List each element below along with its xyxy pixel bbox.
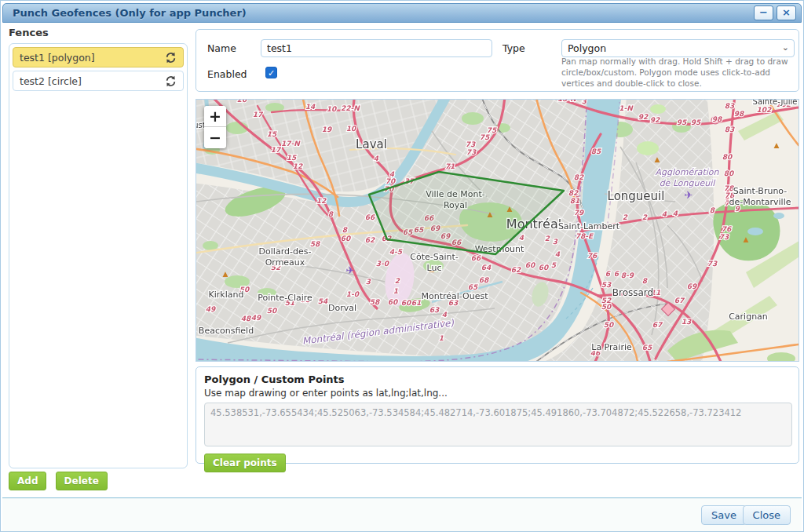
- road-marker: 65: [468, 283, 478, 291]
- road-marker: 80: [722, 153, 733, 161]
- road-marker: 73: [466, 148, 477, 156]
- road-marker: 80: [724, 169, 735, 177]
- road-marker: 2: [395, 277, 400, 285]
- fence-list: test1 [polygon] test2 [circle]: [9, 43, 188, 468]
- road-marker: 3: [553, 238, 558, 246]
- road-marker: 73: [466, 140, 476, 148]
- fence-item-test1[interactable]: test1 [polygon]: [13, 47, 184, 67]
- minimize-icon: −: [755, 6, 773, 19]
- road-marker: 75: [480, 133, 490, 141]
- geofence-dialog: Punch Geofences (Only for app Puncher) −…: [0, 0, 804, 532]
- clear-points-button[interactable]: Clear points: [204, 454, 286, 472]
- city-label: Luc: [427, 263, 442, 273]
- road-marker: 62: [511, 266, 521, 274]
- points-subtitle: Use map drawing or enter points as lat,l…: [204, 388, 791, 399]
- road-marker: 92: [650, 116, 660, 124]
- road-marker: 50: [267, 307, 278, 315]
- road-marker: 10: [346, 125, 357, 133]
- road-marker: 65: [642, 344, 652, 352]
- titlebar[interactable]: Punch Geofences (Only for app Puncher) −…: [2, 3, 802, 23]
- road-marker: 6: [605, 270, 611, 278]
- road-marker: 1: [439, 334, 444, 342]
- type-label: Type: [502, 42, 525, 54]
- delete-button[interactable]: Delete: [56, 472, 108, 490]
- road-marker: 83: [725, 102, 735, 110]
- road-marker: 17-N: [281, 140, 301, 148]
- peak-icon: ▲: [655, 155, 660, 163]
- road-marker: 95: [691, 118, 701, 126]
- airport-icon: ✈: [346, 264, 355, 276]
- sync-icon: [165, 75, 177, 87]
- dialog-title: Punch Geofences (Only for app Puncher): [13, 7, 751, 19]
- type-select[interactable]: Polygon: [561, 39, 795, 57]
- sync-icon: [165, 52, 177, 64]
- road-marker: 85: [591, 148, 601, 155]
- fence-item-test2[interactable]: test2 [circle]: [13, 71, 184, 91]
- road-marker: 66: [471, 254, 481, 262]
- map[interactable]: + −: [196, 99, 799, 362]
- name-input[interactable]: [261, 39, 492, 57]
- road-marker: 1-N: [619, 104, 634, 112]
- road-marker: 53: [601, 281, 612, 289]
- road-marker: 12: [293, 162, 303, 170]
- minimize-button[interactable]: −: [754, 5, 773, 20]
- road-marker: 98: [712, 115, 723, 123]
- add-button[interactable]: Add: [9, 472, 46, 490]
- city-label: Sainte-Julie: [753, 100, 798, 106]
- close-button[interactable]: Close: [743, 505, 791, 525]
- road-marker: 66: [365, 213, 375, 221]
- city-label: Dorval: [328, 303, 356, 313]
- road-marker: 79: [574, 209, 584, 217]
- road-marker: 70: [386, 177, 397, 185]
- road-marker: 73: [719, 233, 729, 241]
- city-label: Brossard: [612, 287, 653, 298]
- road-marker: 63: [429, 306, 440, 314]
- road-marker: 67: [674, 297, 685, 304]
- peak-icon: ▲: [223, 270, 228, 278]
- fences-header: Fences: [9, 27, 49, 38]
- road-marker: 68: [479, 276, 490, 284]
- road-marker: 49: [251, 314, 261, 322]
- road-marker: 75: [487, 126, 497, 134]
- points-title: Polygon / Custom Points: [204, 373, 791, 385]
- road-marker: 58: [370, 298, 381, 306]
- road-marker: 20: [237, 100, 248, 104]
- map-canvas[interactable]: 20141022-N1910171517-N171512128443770707…: [196, 100, 799, 361]
- road-marker: 1-0: [346, 290, 360, 298]
- road-marker: 78-E: [576, 232, 594, 240]
- save-button[interactable]: Save: [701, 505, 747, 525]
- road-marker: 4: [374, 155, 379, 162]
- road-marker: 62: [365, 236, 375, 244]
- close-window-button[interactable]: ×: [777, 5, 796, 20]
- road-marker: 76: [722, 225, 732, 233]
- fence-item-label: test1 [polygon]: [20, 52, 95, 64]
- road-marker: 67: [652, 321, 663, 329]
- points-textarea[interactable]: 45.538531,-73.655434;45.525063,-73.53458…: [204, 403, 792, 446]
- road-marker: 3-0: [376, 260, 390, 268]
- region-label: Agglomération: [655, 167, 719, 177]
- road-marker: 15: [267, 130, 277, 138]
- road-marker: 13: [682, 318, 692, 326]
- road-marker: 82: [568, 189, 579, 197]
- enabled-checkbox[interactable]: ✓: [265, 67, 277, 78]
- road-marker: 64: [481, 264, 492, 271]
- road-marker: 4: [519, 234, 524, 242]
- region-label: de Longueuil: [660, 178, 717, 188]
- name-label: Name: [207, 42, 236, 54]
- road-marker: 58: [310, 240, 321, 248]
- city-label: Longueuil: [608, 189, 665, 203]
- road-marker: 2: [642, 213, 648, 221]
- zoom-in-button[interactable]: +: [204, 106, 226, 127]
- road-marker: 2: [623, 213, 628, 221]
- road-marker: 50: [604, 321, 615, 329]
- city-label: Saint-Bruno-: [733, 186, 788, 196]
- city-label: Côte-Saint-: [410, 252, 459, 262]
- road-marker: 17: [271, 146, 282, 154]
- road-marker: 98: [734, 110, 745, 118]
- road-marker: 83: [725, 126, 735, 133]
- road-marker: 61: [411, 299, 422, 307]
- zoom-out-button[interactable]: −: [204, 127, 226, 148]
- road-marker: 8-9: [621, 271, 634, 279]
- road-marker: 50: [601, 303, 612, 311]
- road-marker: 17: [253, 111, 264, 118]
